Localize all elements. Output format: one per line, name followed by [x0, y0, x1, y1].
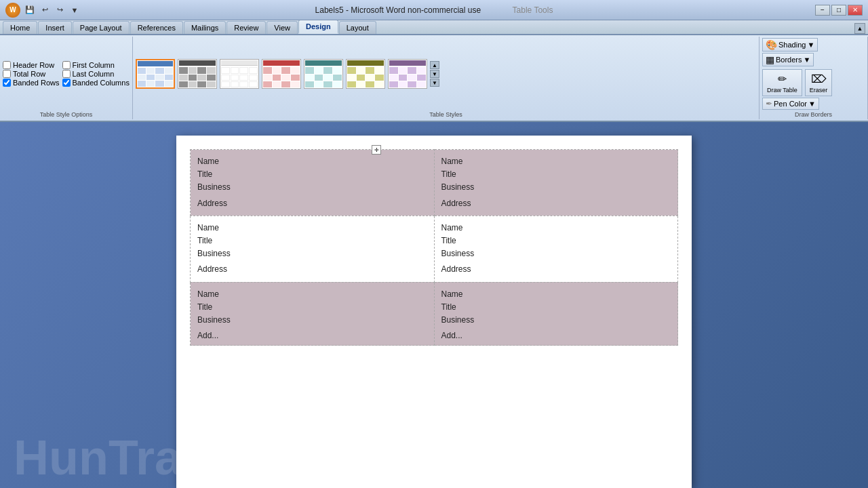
label-address-1-2: Address: [441, 197, 671, 210]
label-business-3-2: Business: [441, 314, 671, 327]
label-cell-1-1[interactable]: Name Title Business Address: [191, 150, 435, 216]
shading-icon: 🎨: [766, 39, 777, 50]
last-column-checkbox-label[interactable]: Last Column: [62, 70, 130, 78]
title-text: Labels5 - Microsoft Word non-commercial …: [315, 5, 481, 15]
banded-columns-checkbox-label[interactable]: Banded Columns: [62, 79, 130, 87]
borders-icon: ▦: [766, 54, 774, 65]
style-plain-lines[interactable]: [220, 59, 259, 89]
eraser-label: Eraser: [810, 87, 828, 94]
tab-bar: Home Insert Page Layout References Maili…: [0, 20, 868, 35]
style-purple[interactable]: [388, 59, 427, 89]
total-row-checkbox-label[interactable]: Total Row: [3, 70, 60, 78]
draw-table-button[interactable]: ✏ Draw Table: [762, 69, 802, 96]
save-button[interactable]: 💾: [23, 3, 37, 17]
style-olive[interactable]: [346, 59, 385, 89]
label-cell-2-1[interactable]: Name Title Business Address: [191, 216, 435, 282]
tab-view[interactable]: View: [267, 21, 298, 34]
eraser-icon: ⌦: [811, 73, 827, 85]
header-row-checkbox-label[interactable]: Header Row: [3, 61, 60, 69]
label-name-1-2: Name: [441, 155, 671, 168]
pen-color-dropdown-arrow: ▼: [808, 100, 816, 108]
office-button[interactable]: W: [5, 3, 20, 18]
banded-rows-checkbox-label[interactable]: Banded Rows: [3, 79, 60, 87]
banded-rows-checkbox[interactable]: [3, 79, 11, 87]
first-column-checkbox[interactable]: [62, 61, 71, 69]
style-dark[interactable]: [178, 59, 217, 89]
qa-more-button[interactable]: ▼: [68, 3, 81, 17]
minimize-button[interactable]: −: [815, 5, 830, 16]
label-cell-1-2[interactable]: Name Title Business Address: [434, 150, 678, 216]
label-address-3-2: Add...: [441, 329, 671, 342]
style-selected[interactable]: [136, 59, 175, 89]
undo-button[interactable]: ↩: [38, 3, 52, 17]
table-row: Name Title Business Address Name Title B…: [191, 150, 678, 216]
tab-mailings[interactable]: Mailings: [184, 21, 226, 34]
tab-layout[interactable]: Layout: [339, 21, 376, 34]
label-address-2-1: Address: [197, 263, 427, 276]
document-title: Labels5 - Microsoft Word non-commercial …: [315, 5, 553, 15]
label-business-1-2: Business: [441, 181, 671, 194]
eraser-button[interactable]: ⌦ Eraser: [805, 69, 833, 96]
banded-columns-label: Banded Columns: [73, 79, 130, 87]
maximize-button[interactable]: □: [831, 5, 846, 16]
checkbox-column-left: Header Row Total Row Banded Rows: [3, 61, 60, 87]
pen-color-icon: ✒: [766, 99, 772, 108]
title-bar: W 💾 ↩ ↪ ▼ Labels5 - Microsoft Word non-c…: [0, 0, 868, 20]
shading-dropdown-arrow: ▼: [807, 41, 814, 49]
document-page: ✛ Name Title Business Address Name Title…: [176, 136, 692, 488]
label-title-2-2: Title: [441, 235, 671, 247]
tab-bar-right: ▲: [854, 23, 865, 34]
borders-row: ▦ Borders ▼: [762, 53, 814, 66]
total-row-checkbox[interactable]: [3, 70, 11, 78]
pen-color-button[interactable]: ✒ Pen Color ▼: [762, 98, 819, 110]
first-column-checkbox-label[interactable]: First Column: [62, 61, 130, 69]
banded-rows-label: Banded Rows: [13, 79, 60, 87]
label-title-1-1: Title: [197, 168, 427, 181]
scroll-expand-button[interactable]: ▼: [430, 79, 439, 87]
banded-columns-checkbox[interactable]: [62, 79, 71, 87]
style-red[interactable]: [262, 59, 301, 89]
tab-home[interactable]: Home: [3, 21, 37, 34]
checkbox-column-right: First Column Last Column Banded Columns: [62, 61, 130, 87]
label-address-2-2: Address: [441, 263, 671, 276]
styles-scroll-arrows: ▲ ▼ ▼: [430, 61, 439, 87]
borders-dropdown-arrow: ▼: [804, 56, 811, 64]
quick-access-toolbar: 💾 ↩ ↪ ▼: [23, 3, 81, 17]
label-cell-3-1[interactable]: Name Title Business Add...: [191, 282, 435, 346]
label-title-3-1: Title: [197, 301, 427, 314]
draw-borders-group: 🎨 Shading ▼ ▦ Borders ▼ ✏ Draw Table: [760, 37, 868, 119]
label-title-3-2: Title: [441, 301, 671, 314]
header-row-label: Header Row: [13, 61, 54, 69]
last-column-checkbox[interactable]: [62, 70, 71, 78]
close-button[interactable]: ✕: [848, 5, 863, 16]
tab-review[interactable]: Review: [226, 21, 266, 34]
label-address-1-1: Address: [197, 197, 427, 210]
pen-color-row: ✒ Pen Color ▼: [762, 98, 819, 110]
style-teal[interactable]: [304, 59, 343, 89]
first-column-label: First Column: [73, 61, 115, 69]
tab-insert[interactable]: Insert: [38, 21, 72, 34]
scroll-down-button[interactable]: ▼: [430, 70, 439, 78]
table-styles-group: ▲ ▼ ▼ Table Styles: [133, 37, 760, 119]
last-column-label: Last Column: [73, 70, 115, 78]
label-business-3-1: Business: [197, 314, 427, 327]
table-move-handle[interactable]: ✛: [372, 145, 381, 155]
redo-button[interactable]: ↪: [53, 3, 66, 17]
header-row-checkbox[interactable]: [3, 61, 11, 69]
tab-pagelayout[interactable]: Page Layout: [73, 21, 130, 34]
tab-design[interactable]: Design: [298, 20, 338, 34]
label-title-1-2: Title: [441, 168, 671, 181]
total-row-label: Total Row: [13, 70, 45, 78]
ribbon: Header Row Total Row Banded Rows First C…: [0, 35, 868, 122]
label-address-3-1: Add...: [197, 329, 427, 342]
ribbon-expand-button[interactable]: ▲: [854, 23, 865, 34]
label-cell-2-2[interactable]: Name Title Business Address: [434, 216, 678, 282]
document-area: HunTrail ✛ Name Title Business Address N…: [0, 122, 868, 488]
shading-button[interactable]: 🎨 Shading ▼: [762, 38, 818, 52]
label-business-2-1: Business: [197, 247, 427, 260]
borders-button[interactable]: ▦ Borders ▼: [762, 53, 814, 66]
table-styles-label: Table Styles: [136, 110, 756, 118]
tab-references[interactable]: References: [130, 21, 183, 34]
scroll-up-button[interactable]: ▲: [430, 61, 439, 69]
label-cell-3-2[interactable]: Name Title Business Add...: [434, 282, 678, 346]
